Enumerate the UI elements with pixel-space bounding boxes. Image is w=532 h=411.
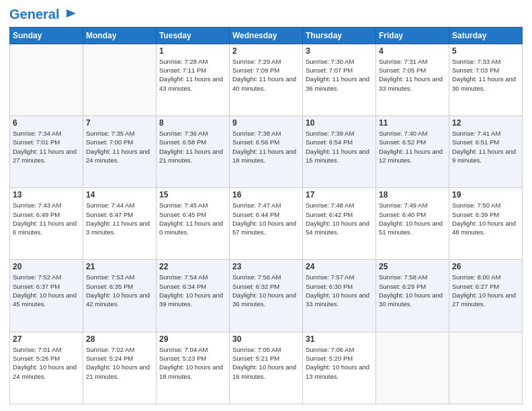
day-number: 4	[379, 46, 446, 56]
calendar-cell: 2Sunrise: 7:29 AM Sunset: 7:09 PM Daylig…	[230, 44, 303, 116]
logo-general: General	[9, 7, 59, 21]
calendar-cell: 1Sunrise: 7:28 AM Sunset: 7:11 PM Daylig…	[157, 44, 230, 116]
calendar-cell: 18Sunrise: 7:49 AM Sunset: 6:40 PM Dayli…	[376, 188, 449, 260]
calendar-cell: 7Sunrise: 7:35 AM Sunset: 7:00 PM Daylig…	[83, 116, 157, 187]
calendar-cell: 26Sunrise: 8:00 AM Sunset: 6:27 PM Dayli…	[449, 260, 523, 332]
col-header-monday: Monday	[83, 27, 157, 44]
day-number: 15	[159, 190, 226, 199]
day-number: 22	[159, 262, 226, 271]
day-number: 10	[306, 118, 373, 128]
logo-text: General	[9, 7, 79, 23]
day-number: 8	[159, 118, 226, 128]
day-number: 9	[232, 118, 300, 128]
day-info: Sunrise: 7:02 AM Sunset: 5:24 PM Dayligh…	[86, 345, 153, 381]
day-number: 20	[13, 262, 80, 271]
calendar-header-row: SundayMondayTuesdayWednesdayThursdayFrid…	[10, 27, 523, 44]
day-number: 3	[306, 46, 373, 56]
day-number: 21	[86, 262, 153, 271]
day-info: Sunrise: 7:53 AM Sunset: 6:35 PM Dayligh…	[86, 273, 153, 308]
day-info: Sunrise: 7:48 AM Sunset: 6:42 PM Dayligh…	[306, 201, 373, 236]
calendar-cell: 17Sunrise: 7:48 AM Sunset: 6:42 PM Dayli…	[303, 188, 376, 260]
calendar-cell: 3Sunrise: 7:30 AM Sunset: 7:07 PM Daylig…	[303, 44, 376, 116]
col-header-tuesday: Tuesday	[157, 27, 230, 44]
col-header-saturday: Saturday	[449, 27, 523, 44]
day-info: Sunrise: 7:28 AM Sunset: 7:11 PM Dayligh…	[159, 57, 226, 93]
day-number: 19	[452, 190, 519, 199]
calendar-cell	[83, 44, 157, 116]
day-info: Sunrise: 7:58 AM Sunset: 6:29 PM Dayligh…	[379, 273, 446, 308]
calendar-cell: 13Sunrise: 7:43 AM Sunset: 6:49 PM Dayli…	[10, 188, 83, 260]
day-number: 23	[232, 262, 300, 271]
day-number: 12	[452, 118, 519, 128]
calendar-cell: 30Sunrise: 7:05 AM Sunset: 5:21 PM Dayli…	[230, 332, 303, 404]
col-header-friday: Friday	[376, 27, 449, 44]
col-header-thursday: Thursday	[303, 27, 376, 44]
day-number: 1	[159, 46, 226, 56]
day-number: 26	[452, 262, 519, 271]
day-number: 25	[379, 262, 446, 271]
day-number: 31	[306, 334, 373, 344]
day-number: 27	[13, 334, 80, 344]
day-number: 13	[13, 190, 80, 199]
day-info: Sunrise: 7:29 AM Sunset: 7:09 PM Dayligh…	[232, 57, 300, 93]
day-info: Sunrise: 7:36 AM Sunset: 6:58 PM Dayligh…	[159, 129, 226, 165]
calendar-cell: 5Sunrise: 7:33 AM Sunset: 7:03 PM Daylig…	[449, 44, 523, 116]
calendar-table: SundayMondayTuesdayWednesdayThursdayFrid…	[9, 27, 523, 404]
day-number: 6	[13, 118, 80, 128]
day-info: Sunrise: 7:05 AM Sunset: 5:21 PM Dayligh…	[232, 345, 300, 381]
day-info: Sunrise: 7:30 AM Sunset: 7:07 PM Dayligh…	[306, 57, 373, 93]
day-info: Sunrise: 7:35 AM Sunset: 7:00 PM Dayligh…	[86, 129, 153, 165]
calendar-cell: 12Sunrise: 7:41 AM Sunset: 6:51 PM Dayli…	[449, 116, 523, 187]
day-info: Sunrise: 7:56 AM Sunset: 6:32 PM Dayligh…	[232, 273, 300, 308]
day-info: Sunrise: 7:31 AM Sunset: 7:05 PM Dayligh…	[379, 57, 446, 93]
day-info: Sunrise: 7:01 AM Sunset: 5:26 PM Dayligh…	[13, 345, 80, 381]
calendar-cell: 21Sunrise: 7:53 AM Sunset: 6:35 PM Dayli…	[83, 260, 157, 332]
logo-flag-icon	[64, 8, 79, 23]
col-header-sunday: Sunday	[10, 27, 83, 44]
calendar-cell: 29Sunrise: 7:04 AM Sunset: 5:23 PM Dayli…	[157, 332, 230, 404]
day-info: Sunrise: 7:41 AM Sunset: 6:51 PM Dayligh…	[452, 129, 519, 165]
day-info: Sunrise: 8:00 AM Sunset: 6:27 PM Dayligh…	[452, 273, 519, 308]
day-info: Sunrise: 7:34 AM Sunset: 7:01 PM Dayligh…	[13, 129, 80, 165]
calendar-cell: 19Sunrise: 7:50 AM Sunset: 6:39 PM Dayli…	[449, 188, 523, 260]
day-info: Sunrise: 7:47 AM Sunset: 6:44 PM Dayligh…	[232, 201, 300, 236]
day-info: Sunrise: 7:49 AM Sunset: 6:40 PM Dayligh…	[379, 201, 446, 236]
day-info: Sunrise: 7:33 AM Sunset: 7:03 PM Dayligh…	[452, 57, 519, 93]
page: General SundayMondayTuesdayWednesdayThur…	[0, 0, 532, 411]
day-number: 11	[379, 118, 446, 128]
calendar-cell: 16Sunrise: 7:47 AM Sunset: 6:44 PM Dayli…	[230, 188, 303, 260]
calendar-cell: 27Sunrise: 7:01 AM Sunset: 5:26 PM Dayli…	[10, 332, 83, 404]
day-info: Sunrise: 7:04 AM Sunset: 5:23 PM Dayligh…	[159, 345, 226, 381]
calendar-cell	[449, 332, 523, 404]
day-number: 28	[86, 334, 153, 344]
day-number: 30	[232, 334, 300, 344]
day-number: 16	[232, 190, 300, 199]
day-info: Sunrise: 7:54 AM Sunset: 6:34 PM Dayligh…	[159, 273, 226, 308]
calendar-cell: 23Sunrise: 7:56 AM Sunset: 6:32 PM Dayli…	[230, 260, 303, 332]
calendar-week-2: 13Sunrise: 7:43 AM Sunset: 6:49 PM Dayli…	[10, 188, 523, 260]
calendar-cell: 8Sunrise: 7:36 AM Sunset: 6:58 PM Daylig…	[157, 116, 230, 187]
calendar-cell: 20Sunrise: 7:52 AM Sunset: 6:37 PM Dayli…	[10, 260, 83, 332]
calendar-cell	[376, 332, 449, 404]
calendar-week-0: 1Sunrise: 7:28 AM Sunset: 7:11 PM Daylig…	[10, 44, 523, 116]
day-info: Sunrise: 7:40 AM Sunset: 6:52 PM Dayligh…	[379, 129, 446, 165]
day-number: 18	[379, 190, 446, 199]
day-number: 5	[452, 46, 519, 56]
calendar-cell: 15Sunrise: 7:45 AM Sunset: 6:45 PM Dayli…	[157, 188, 230, 260]
day-info: Sunrise: 7:52 AM Sunset: 6:37 PM Dayligh…	[13, 273, 80, 308]
calendar-cell: 22Sunrise: 7:54 AM Sunset: 6:34 PM Dayli…	[157, 260, 230, 332]
calendar-cell: 11Sunrise: 7:40 AM Sunset: 6:52 PM Dayli…	[376, 116, 449, 187]
calendar-cell: 6Sunrise: 7:34 AM Sunset: 7:01 PM Daylig…	[10, 116, 83, 187]
calendar-week-1: 6Sunrise: 7:34 AM Sunset: 7:01 PM Daylig…	[10, 116, 523, 187]
calendar-cell: 24Sunrise: 7:57 AM Sunset: 6:30 PM Dayli…	[303, 260, 376, 332]
day-info: Sunrise: 7:06 AM Sunset: 5:20 PM Dayligh…	[306, 345, 373, 381]
calendar-cell	[10, 44, 83, 116]
day-number: 24	[306, 262, 373, 271]
day-number: 17	[306, 190, 373, 199]
day-number: 29	[159, 334, 226, 344]
header: General	[9, 7, 523, 23]
day-number: 2	[232, 46, 300, 56]
calendar-week-3: 20Sunrise: 7:52 AM Sunset: 6:37 PM Dayli…	[10, 260, 523, 332]
calendar-cell: 9Sunrise: 7:38 AM Sunset: 6:56 PM Daylig…	[230, 116, 303, 187]
day-info: Sunrise: 7:38 AM Sunset: 6:56 PM Dayligh…	[232, 129, 300, 165]
